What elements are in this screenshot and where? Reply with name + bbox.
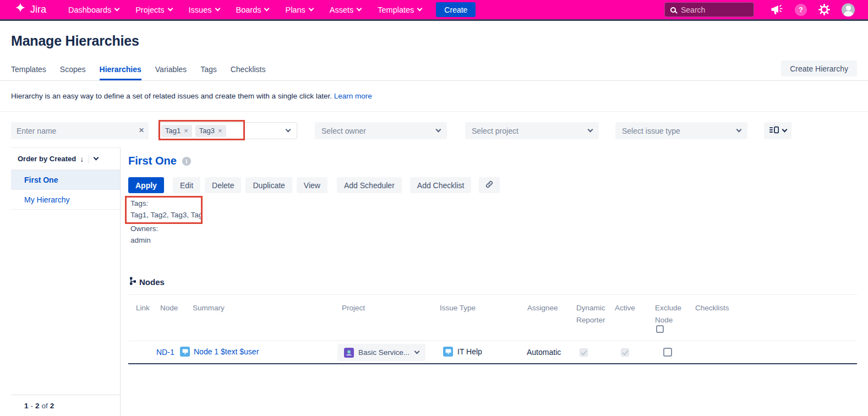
nav-item-projects[interactable]: Projects [135, 6, 172, 14]
search-input[interactable] [681, 6, 741, 14]
tags-value: Tag1, Tag2, Tag3, Tag [130, 211, 203, 219]
brand-label: Jira [30, 4, 46, 15]
issue-type-filter-select[interactable]: Select issue type [615, 122, 747, 139]
jira-logo[interactable]: Jira [14, 2, 46, 17]
copy-link-button[interactable] [479, 177, 500, 193]
apply-button[interactable]: Apply [128, 177, 164, 193]
clear-name-icon[interactable]: × [139, 124, 144, 136]
chevron-down-icon [308, 6, 314, 12]
tab-scopes[interactable]: Scopes [60, 65, 86, 80]
col-checklists: Checklists [695, 302, 729, 314]
section-divider [0, 111, 868, 112]
chevron-down-icon [736, 127, 742, 133]
tag-chip: Tag1 × [161, 125, 192, 137]
nodes-section-header: Nodes [129, 277, 165, 287]
app-root: Jira Dashboards Projects Issues Boards P… [0, 0, 868, 416]
project-placeholder: Select project [472, 127, 518, 135]
pagination: 1 - 2 of 2 [11, 395, 120, 416]
nav-item-boards[interactable]: Boards [236, 6, 269, 14]
tab-hierarchies[interactable]: Hierarchies [100, 65, 141, 80]
node-summary-cell: Node 1 $text $user [180, 347, 259, 357]
nav-item-plans[interactable]: Plans [285, 6, 313, 14]
tag-chip: Tag3 × [195, 125, 226, 137]
learn-more-link[interactable]: Learn more [334, 92, 372, 100]
project-filter-select[interactable]: Select project [465, 122, 599, 139]
row-project-value: Basic Service... [358, 348, 410, 357]
user-avatar[interactable] [842, 3, 855, 17]
announcement-icon[interactable] [771, 4, 783, 15]
layout-icon [769, 125, 779, 136]
order-by-label: Order by Created [18, 155, 76, 163]
tab-templates[interactable]: Templates [11, 65, 46, 80]
owner-filter-select[interactable]: Select owner [315, 122, 447, 139]
nav-item-templates[interactable]: Templates [378, 6, 422, 14]
sidebar-item-first-one[interactable]: First One [11, 170, 120, 190]
col-summary: Summary [193, 302, 225, 314]
nav-right: ? [664, 2, 855, 17]
owners-value: admin [130, 236, 151, 244]
issue-type-icon [443, 347, 453, 357]
chevron-down-icon [264, 6, 270, 12]
add-checklist-button[interactable]: Add Checklist [410, 177, 472, 193]
hierarchy-title: First One [128, 155, 177, 167]
node-summary-link[interactable]: Node 1 $text $user [194, 347, 259, 356]
col-issue-type: Issue Type [440, 302, 476, 314]
page-total: 2 [50, 402, 54, 410]
chevron-down-icon [114, 6, 120, 12]
order-by-control[interactable]: Order by Created ↓ [11, 148, 120, 170]
exclude-node-checkbox[interactable] [663, 348, 672, 357]
issue-type-placeholder: Select issue type [622, 127, 680, 135]
row-issue-type-cell: IT Help [443, 347, 482, 357]
gear-icon[interactable] [818, 4, 830, 15]
tab-variables[interactable]: Variables [155, 65, 187, 80]
search-icon [670, 7, 676, 13]
nodes-table-header: Link Node Summary Project Issue Type Ass… [128, 302, 857, 341]
chevron-down-icon [215, 6, 220, 12]
view-layout-toggle[interactable] [764, 122, 791, 139]
create-hierarchy-button[interactable]: Create Hierarchy [781, 61, 857, 76]
row-assignee-value: Automatic [527, 348, 561, 357]
tab-checklists[interactable]: Checklists [231, 65, 266, 80]
page-dash: - [31, 402, 34, 410]
project-avatar [344, 348, 354, 358]
active-checkbox [621, 348, 629, 357]
remove-tag-icon[interactable]: × [184, 127, 188, 135]
owners-label: Owners: [130, 225, 158, 233]
add-scheduler-button[interactable]: Add Scheduler [337, 177, 402, 193]
info-icon[interactable]: i [182, 157, 191, 166]
col-exclude-node: Exclude Node [655, 302, 689, 326]
nav-item-label: Projects [135, 6, 164, 14]
issue-type-icon [180, 347, 190, 357]
col-assignee: Assignee [527, 302, 558, 314]
help-icon[interactable]: ? [795, 4, 807, 16]
nav-item-label: Assets [330, 6, 354, 14]
view-button[interactable]: View [297, 177, 327, 193]
edit-button[interactable]: Edit [173, 177, 200, 193]
detail-title-row: First One i [128, 155, 191, 167]
name-filter-input[interactable] [11, 122, 149, 139]
col-dynamic-reporter: Dynamic Reporter [576, 302, 616, 326]
chevron-down-icon [357, 6, 362, 12]
nav-item-label: Plans [285, 6, 305, 14]
primary-nav: Dashboards Projects Issues Boards Plans … [68, 6, 422, 14]
create-button[interactable]: Create [436, 2, 476, 17]
duplicate-button[interactable]: Duplicate [245, 177, 292, 193]
node-key-link[interactable]: ND-1 [156, 348, 174, 357]
chevron-down-icon [588, 127, 593, 133]
delete-button[interactable]: Delete [205, 177, 241, 193]
col-node: Node [160, 302, 178, 314]
nodes-title: Nodes [139, 277, 165, 287]
tab-tags[interactable]: Tags [200, 65, 217, 80]
page-end: 2 [35, 402, 40, 410]
remove-tag-icon[interactable]: × [218, 127, 222, 135]
sidebar-item-my-hierarchy[interactable]: My Hierarchy [11, 190, 120, 210]
global-search[interactable] [664, 2, 754, 17]
nav-item-label: Dashboards [68, 6, 111, 14]
row-project-select[interactable]: Basic Service... [337, 344, 425, 361]
exclude-all-checkbox[interactable] [656, 325, 664, 333]
nav-item-dashboards[interactable]: Dashboards [68, 6, 119, 14]
tags-filter-select[interactable]: Tag1 × Tag3 × [158, 122, 297, 139]
nav-item-assets[interactable]: Assets [330, 6, 362, 14]
tag-chip-label: Tag1 [165, 127, 181, 135]
nav-item-issues[interactable]: Issues [189, 6, 220, 14]
